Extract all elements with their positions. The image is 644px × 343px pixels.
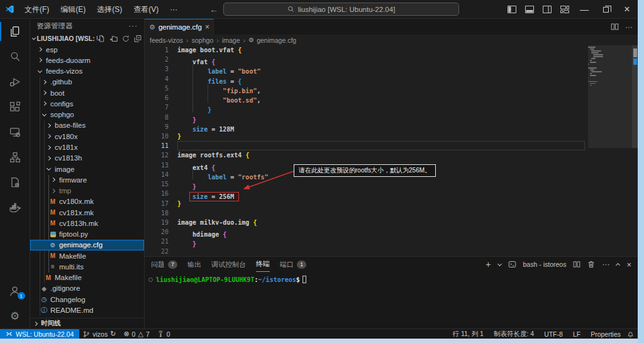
tab-genimage-cfg[interactable]: ⚙ genimage.cfg × (145, 19, 214, 35)
tree-item-sophgo[interactable]: sophgo (30, 110, 144, 120)
code-editor[interactable]: 1image boot.vfat {2vfat {3label = "boot"… (145, 45, 638, 256)
activity-explorer[interactable] (0, 19, 30, 44)
tree-item-esp[interactable]: esp (30, 44, 144, 55)
code-line-17[interactable]: 17} (145, 199, 638, 208)
close-panel-icon[interactable]: × (626, 260, 631, 269)
panel-tab-plain[interactable]: 调试控制台 (211, 257, 246, 272)
code-line-6[interactable]: 6"boot.sd", (145, 93, 638, 103)
cursor-position[interactable]: 行 11, 列 1 (449, 329, 487, 339)
eol-setting[interactable]: LF (569, 329, 584, 339)
tree-item-configs[interactable]: configs (30, 98, 144, 109)
code-line-1[interactable]: 1image boot.vfat { (145, 45, 638, 55)
activity-remote-explorer[interactable] (0, 120, 30, 145)
code-line-19[interactable]: 19image milkv-duo.img { (145, 218, 638, 227)
panel-tab-active-plain[interactable]: 终端 (256, 257, 270, 272)
timeline-section[interactable]: 时间线 (30, 318, 144, 329)
activity-wsl-targets[interactable] (0, 170, 30, 195)
breadcrumb-item[interactable]: genimage.cfg (257, 37, 296, 44)
tree-item-tmp[interactable]: tmp (30, 185, 144, 196)
panel-tab-badged[interactable]: 端口1 (280, 257, 306, 272)
activity-settings[interactable]: ⚙ (0, 303, 30, 329)
panel-tab-badged[interactable]: 问题7 (151, 257, 177, 272)
activity-run-debug[interactable] (0, 69, 30, 94)
menu-item-4[interactable]: ··· (164, 0, 183, 19)
new-file-icon[interactable] (97, 35, 105, 43)
minimap-slider[interactable] (588, 45, 632, 148)
code-line-12[interactable]: 12image rootfs.ext4 { (145, 150, 638, 160)
code-line-10[interactable]: 10} (145, 132, 638, 141)
terminal[interactable]: liushijiao@LAPTOP-9LUUHK9T:~/istoreos$ (145, 272, 638, 329)
toggle-panel-icon[interactable] (521, 0, 538, 19)
trash-icon[interactable] (587, 261, 595, 268)
code-line-2[interactable]: 2vfat { (145, 55, 638, 64)
remote-indicator[interactable]: WSL: Ubuntu-22.04 (0, 329, 79, 339)
tree-item-cv180x[interactable]: cv180x (30, 131, 144, 142)
problems-indicator[interactable]: ⊗ 0 △ 7 (119, 329, 153, 339)
breadcrumb-item[interactable]: image (222, 37, 240, 44)
menu-item-0[interactable]: 文件(F) (19, 0, 55, 19)
code-line-15[interactable]: 15} (145, 179, 638, 189)
terminal-dropdown-icon[interactable] (497, 261, 501, 266)
tree-item-changelog[interactable]: ◷Changelog (30, 294, 144, 305)
breadcrumb-item[interactable]: feeds-vizos (150, 37, 183, 44)
tree-item-image[interactable]: image (30, 164, 144, 174)
code-line-3[interactable]: 3label = "boot" (145, 64, 638, 74)
panel-more-actions-icon[interactable]: ··· (602, 260, 609, 269)
tree-item-fiptool-py[interactable]: fiptool.py (30, 229, 144, 240)
tree-item-cv181x-mk[interactable]: Mcv181x.mk (30, 207, 144, 218)
menu-item-3[interactable]: 查看(V) (128, 0, 164, 19)
tree-item--gitignore[interactable]: ◆.gitignore (30, 283, 144, 294)
tree-item-firmware[interactable]: firmware (30, 174, 144, 185)
maximize-panel-icon[interactable] (616, 263, 620, 267)
customize-layout-icon[interactable] (556, 0, 574, 19)
minimize-button[interactable]: — (574, 0, 595, 19)
tree-item-cv1813h-mk[interactable]: Mcv1813h.mk (30, 218, 144, 228)
tree-item-feeds-vizos[interactable]: feeds-vizos (30, 66, 144, 77)
encoding-setting[interactable]: UTF-8 (540, 329, 567, 339)
code-line-21[interactable]: 21} (145, 237, 638, 246)
ports-indicator[interactable]: 0 (153, 329, 174, 339)
code-line-5[interactable]: 5"fip.bin", (145, 84, 638, 93)
code-line-8[interactable]: 8} (145, 113, 638, 122)
overview-ruler[interactable] (632, 45, 638, 256)
language-mode[interactable]: Properties (587, 329, 625, 339)
branch-indicator[interactable]: vizos ↻ (79, 329, 119, 339)
split-terminal-icon[interactable] (573, 261, 580, 268)
code-line-20[interactable]: 20hdimage { (145, 227, 638, 237)
tree-item-cv1813h[interactable]: cv1813h (30, 153, 144, 164)
collapse-all-icon[interactable] (134, 35, 142, 43)
tree-item-makefile[interactable]: MMakefile (30, 273, 144, 283)
tree-item-base-files[interactable]: base-files (30, 120, 144, 131)
code-line-22[interactable]: 22 (145, 247, 638, 256)
nav-back-icon[interactable]: ← (209, 4, 218, 14)
code-line-18[interactable]: 18 (145, 208, 638, 218)
bell-icon[interactable] (627, 330, 634, 338)
activity-extensions[interactable] (0, 94, 30, 120)
command-center[interactable]: liushijiao [WSL: Ubuntu-22.04] (223, 3, 459, 16)
tree-item-cv181x[interactable]: cv181x (30, 142, 144, 152)
tree-item--github[interactable]: .github (30, 77, 144, 87)
workspace-section-header[interactable]: LIUSHIJIAO [WSL: U... (30, 33, 144, 44)
new-folder-icon[interactable] (109, 35, 118, 43)
activity-account[interactable]: 1 (0, 278, 30, 303)
terminal-title[interactable]: bash - istoreos (523, 261, 567, 268)
tree-item-multi-its[interactable]: ≡multi.its (30, 261, 144, 272)
breadcrumb-item[interactable]: sophgo (192, 37, 213, 44)
split-editor-icon[interactable] (611, 23, 619, 31)
code-line-16[interactable]: 16size = 256M (145, 189, 638, 198)
code-line-9[interactable]: 9size = 128M (145, 122, 638, 132)
tree-item-feeds-duoarm[interactable]: feeds-duoarm (30, 55, 144, 65)
activity-containers[interactable] (0, 145, 30, 170)
new-terminal-icon[interactable]: + (486, 259, 491, 269)
refresh-icon[interactable] (122, 35, 130, 43)
code-line-11[interactable]: 11 (145, 141, 638, 150)
toggle-sidebar-icon[interactable] (503, 0, 521, 19)
tree-item-boot[interactable]: boot (30, 87, 144, 98)
menu-item-1[interactable]: 编辑(E) (55, 0, 91, 19)
tree-item-genimage-cfg[interactable]: ⚙genimage.cfg (30, 240, 144, 250)
menu-item-2[interactable]: 选择(S) (91, 0, 128, 19)
tree-item-cv180x-mk[interactable]: Mcv180x.mk (30, 196, 144, 207)
tree-item-readme-md[interactable]: ⓘREADME.md (30, 305, 144, 315)
toggle-secondary-sidebar-icon[interactable] (538, 0, 556, 19)
restore-button[interactable] (595, 0, 616, 19)
